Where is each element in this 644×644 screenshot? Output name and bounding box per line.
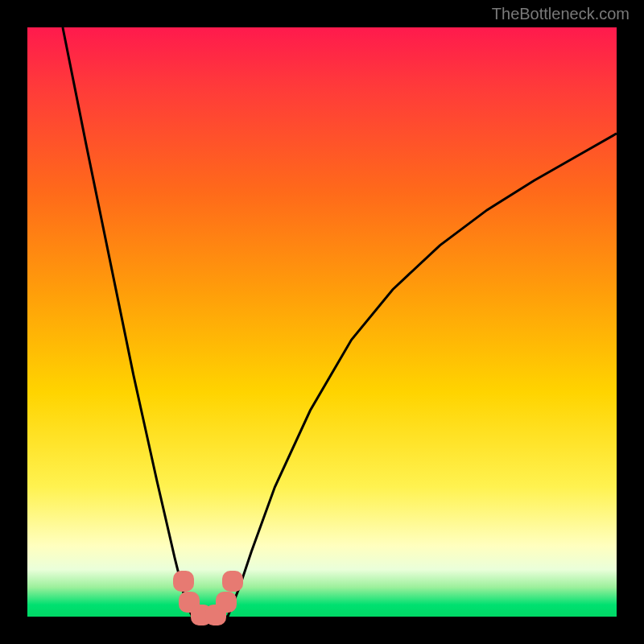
plot-area	[27, 27, 617, 617]
curve-layer	[27, 27, 617, 617]
right-branch-line	[228, 134, 617, 617]
cusp-marker	[222, 571, 243, 592]
chart-frame: TheBottleneck.com	[0, 0, 644, 644]
cusp-marker	[173, 571, 194, 592]
left-branch-line	[63, 27, 192, 617]
cusp-marker	[216, 592, 237, 613]
brand-watermark: TheBottleneck.com	[492, 5, 630, 23]
